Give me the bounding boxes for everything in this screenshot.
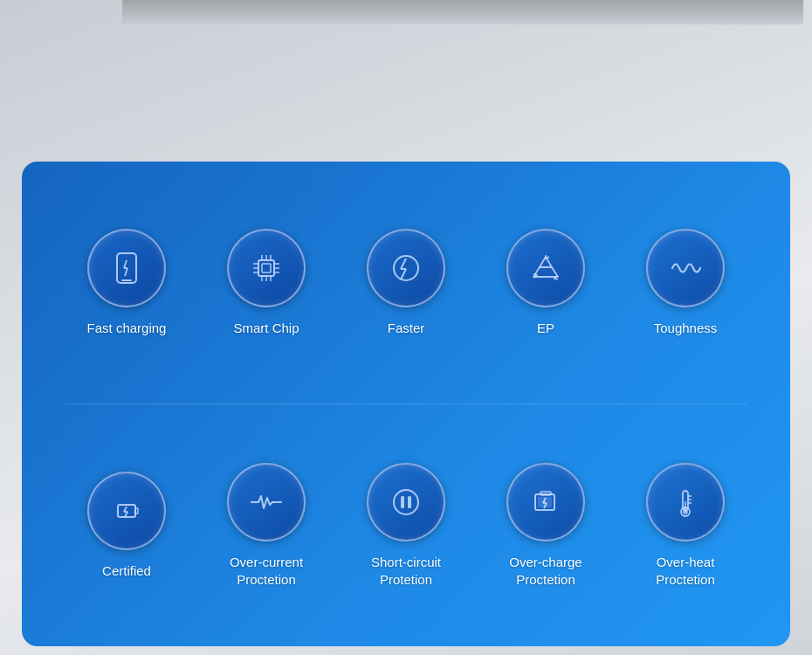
- chip-icon: [246, 248, 286, 288]
- bolt-circle-icon: [386, 248, 426, 288]
- feature-overheat: Over-heatProctetion: [629, 463, 742, 588]
- row-divider: [65, 403, 747, 404]
- feature-faster: Faster: [349, 229, 463, 337]
- features-row-2: Certified Over-currentProctetion Short-c…: [57, 431, 755, 620]
- ep-icon-circle: [506, 229, 585, 307]
- faster-label: Faster: [388, 320, 425, 337]
- feature-overcharge: Over-chargeProctetion: [489, 463, 602, 588]
- toughness-icon-circle: [646, 229, 725, 307]
- feature-overcurrent: Over-currentProctetion: [210, 463, 323, 588]
- svg-point-40: [683, 509, 688, 514]
- top-area: [0, 0, 812, 162]
- pulse-icon: [246, 482, 286, 522]
- svg-rect-24: [135, 508, 138, 514]
- thermometer-icon: [665, 482, 705, 522]
- svg-rect-30: [408, 496, 411, 508]
- pause-circle-icon: [386, 482, 426, 522]
- shortcircuit-icon-circle: [367, 463, 445, 541]
- phone-icon: [107, 248, 147, 288]
- svg-rect-1: [121, 279, 132, 281]
- svg-line-2: [124, 260, 127, 268]
- overheat-icon-circle: [646, 463, 725, 541]
- overcurrent-label: Over-currentProctetion: [230, 554, 303, 588]
- feature-ep: EP: [489, 229, 602, 337]
- faster-icon-circle: [367, 229, 445, 307]
- feature-certified: Certified: [70, 472, 183, 580]
- overcharge-icon-circle: [506, 463, 585, 541]
- overheat-label: Over-heatProctetion: [656, 554, 715, 588]
- ep-label: EP: [537, 320, 554, 337]
- shortcircuit-label: Short-circuitProtetion: [371, 554, 441, 588]
- feature-toughness: Toughness: [629, 229, 742, 337]
- svg-rect-5: [258, 260, 274, 276]
- features-panel: Fast charging: [22, 162, 790, 646]
- svg-line-22: [401, 269, 406, 279]
- feature-fast-charging: Fast charging: [70, 229, 183, 337]
- certified-icon-circle: [87, 472, 166, 550]
- smart-chip-icon-circle: [227, 229, 306, 307]
- certified-label: Certified: [102, 562, 151, 580]
- features-row-1: Fast charging: [57, 188, 755, 377]
- overcharge-label: Over-chargeProctetion: [509, 554, 581, 588]
- feature-shortcircuit: Short-circuitProtetion: [349, 463, 463, 588]
- overcurrent-icon-circle: [227, 463, 306, 541]
- feature-smart-chip: Smart Chip: [210, 229, 323, 337]
- svg-point-28: [394, 490, 418, 514]
- recycle-icon: [526, 248, 566, 288]
- toughness-label: Toughness: [654, 320, 718, 337]
- battery-charge-icon: [526, 482, 566, 522]
- fast-charging-icon-circle: [87, 229, 166, 307]
- svg-line-25: [124, 507, 127, 512]
- wave-icon: [665, 248, 705, 288]
- svg-line-4: [125, 268, 127, 276]
- battery-bolt-icon: [107, 491, 147, 531]
- svg-rect-29: [401, 496, 404, 508]
- svg-rect-6: [262, 264, 271, 272]
- fast-charging-label: Fast charging: [87, 320, 167, 337]
- smart-chip-label: Smart Chip: [233, 320, 299, 337]
- top-image-bar: [122, 0, 803, 24]
- svg-line-20: [401, 259, 406, 269]
